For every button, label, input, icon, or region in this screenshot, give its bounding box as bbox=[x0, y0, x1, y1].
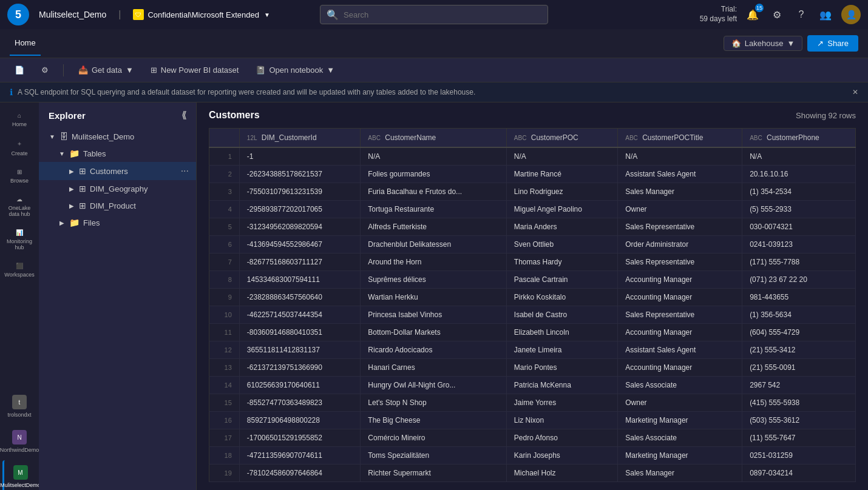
tree-item-dim-product[interactable]: ▶ ⊞ DIM_Product bbox=[39, 197, 196, 214]
cell-customerphone: 20.16.10.16 bbox=[742, 166, 856, 183]
table-row[interactable]: 5 -312349562089820594 Alfreds Futterkist… bbox=[209, 218, 856, 236]
table-row[interactable]: 9 -238288863457560640 Wartian Herkku Pir… bbox=[209, 289, 856, 306]
new-item-button[interactable]: 📄 bbox=[10, 63, 29, 77]
cell-customername: Alfreds Futterkiste bbox=[361, 218, 506, 236]
col-label-customername: CustomerName bbox=[385, 133, 436, 142]
cell-customerpoctitle: Marketing Manager bbox=[618, 447, 742, 465]
table-row[interactable]: 14 610256639170640611 Hungry Owl All-Nig… bbox=[209, 377, 856, 394]
sidebar-item-mulitselect[interactable]: M MulitselectDemo bbox=[2, 460, 36, 490]
row-number: 1 bbox=[209, 147, 240, 166]
chevron-icon: ▼ bbox=[49, 133, 56, 140]
table-row[interactable]: 3 -755031079613231539 Furia Bacalhau e F… bbox=[209, 183, 856, 201]
help-button[interactable]: ? bbox=[793, 6, 810, 23]
gear-icon: ⚙ bbox=[41, 65, 49, 75]
cell-customerpoc: Miguel Angel Paolino bbox=[506, 201, 617, 218]
col-header-customerpoctitle[interactable]: ABC CustomerPOCTitle bbox=[618, 129, 742, 148]
sidebar-item-northwind[interactable]: N NorthwindDemo bbox=[2, 425, 36, 458]
info-close-button[interactable]: ✕ bbox=[852, 88, 858, 96]
cell-customerphone: (415) 555-5938 bbox=[742, 394, 856, 412]
workspace-label: Confidential\Microsoft Extended bbox=[147, 10, 259, 19]
sidebar-item-monitoring[interactable]: 📊 Monitoring hub bbox=[2, 224, 36, 255]
cell-customerid: -755031079613231539 bbox=[239, 183, 361, 201]
chevron-icon: ▼ bbox=[787, 39, 795, 48]
browse-icon: ⊞ bbox=[17, 169, 22, 175]
collapse-icon[interactable]: ⟪ bbox=[181, 110, 186, 121]
tree-item-dim-geography[interactable]: ▶ ⊞ DIM_Geography bbox=[39, 180, 196, 197]
table-row[interactable]: 10 -462257145037444354 Princesa Isabel V… bbox=[209, 306, 856, 324]
cell-customerpoctitle: Sales Representative bbox=[618, 306, 742, 324]
table-row[interactable]: 16 859271906498800228 The Big Cheese Liz… bbox=[209, 412, 856, 429]
cell-customerid: -826775168603711127 bbox=[239, 253, 361, 271]
sidebar-item-home[interactable]: ⌂ Home bbox=[2, 107, 36, 132]
table-row[interactable]: 11 -803609146880410351 Bottom-Dollar Mar… bbox=[209, 324, 856, 341]
sidebar-item-create[interactable]: ＋ Create bbox=[2, 135, 36, 161]
sidebar-item-workspaces[interactable]: ⬛ Workspaces bbox=[2, 258, 36, 283]
new-dataset-button[interactable]: ⊞ New Power BI dataset bbox=[146, 63, 244, 77]
chevron-icon: ▶ bbox=[68, 203, 75, 209]
more-icon[interactable]: ··· bbox=[178, 166, 191, 176]
data-header: Customers Showing 92 rows bbox=[197, 102, 868, 128]
table-row[interactable]: 7 -826775168603711127 Around the Horn Th… bbox=[209, 253, 856, 271]
table-container[interactable]: 12L DIM_CustomerId ABC CustomerName ABC … bbox=[197, 128, 868, 490]
tree-database[interactable]: ▼ 🗄 Mulitselect_Demo bbox=[39, 128, 196, 145]
workspace-selector[interactable]: 🛡 Confidential\Microsoft Extended ▼ bbox=[133, 9, 270, 20]
avatar[interactable]: 👤 bbox=[841, 5, 861, 24]
topbar: 5 Mulitselect_Demo | 🛡 Confidential\Micr… bbox=[0, 0, 868, 29]
table-row[interactable]: 19 -781024586097646864 Richter Supermark… bbox=[209, 465, 856, 482]
cell-customerpoctitle: Sales Manager bbox=[618, 183, 742, 201]
share-people-button[interactable]: 👥 bbox=[817, 6, 834, 23]
col-header-customerid[interactable]: 12L DIM_CustomerId bbox=[239, 129, 361, 148]
get-data-button[interactable]: 📥 Get data ▼ bbox=[73, 63, 138, 77]
lakehouse-label: Lakehouse bbox=[745, 39, 784, 48]
cell-customerid: -472113596907074611 bbox=[239, 447, 361, 465]
table-row[interactable]: 2 -262343885178621537 Folies gourmandes … bbox=[209, 166, 856, 183]
table-row[interactable]: 17 -170065015291955852 Comércio Mineiro … bbox=[209, 429, 856, 447]
row-number: 16 bbox=[209, 412, 240, 429]
cell-customerphone: 030-0074321 bbox=[742, 218, 856, 236]
share-button[interactable]: ↗ Share bbox=[807, 35, 858, 52]
chevron-down-icon: ▼ bbox=[264, 12, 270, 18]
table-row[interactable]: 1 -1 N/A N/A N/A N/A bbox=[209, 147, 856, 166]
col-header-customerpoc[interactable]: ABC CustomerPOC bbox=[506, 129, 617, 148]
col-header-customername[interactable]: ABC CustomerName bbox=[361, 129, 506, 148]
cell-customerpoc: Karin Josephs bbox=[506, 447, 617, 465]
open-notebook-button[interactable]: 📓 Open notebook ▼ bbox=[251, 63, 339, 77]
cell-customerpoctitle: Sales Representative bbox=[618, 253, 742, 271]
settings-toolbar-button[interactable]: ⚙ bbox=[36, 63, 53, 77]
lakehouse-button[interactable]: 🏠 Lakehouse ▼ bbox=[724, 36, 803, 51]
col-header-rownum bbox=[209, 129, 240, 148]
table-row[interactable]: 6 -413694594552986467 Drachenblut Delika… bbox=[209, 236, 856, 253]
table-row[interactable]: 15 -855274770363489823 Let's Stop N Shop… bbox=[209, 394, 856, 412]
table-row[interactable]: 12 365511811412831137 Ricardo Adocicados… bbox=[209, 341, 856, 359]
notification-button[interactable]: 🔔 15 bbox=[744, 6, 761, 23]
table-row[interactable]: 8 145334683007594111 Suprêmes délices Pa… bbox=[209, 271, 856, 289]
home-icon: ⌂ bbox=[18, 112, 21, 119]
table-row[interactable]: 4 -295893877202017065 Tortuga Restaurant… bbox=[209, 201, 856, 218]
cell-customerphone: 0241-039123 bbox=[742, 236, 856, 253]
col-header-customerphone[interactable]: ABC CustomerPhone bbox=[742, 129, 856, 148]
search-input[interactable] bbox=[344, 10, 541, 19]
tree-files[interactable]: ▶ 📁 Files bbox=[39, 214, 196, 231]
table-row[interactable]: 18 -472113596907074611 Toms Spezialitäte… bbox=[209, 447, 856, 465]
tree-tables[interactable]: ▼ 📁 Tables bbox=[39, 145, 196, 162]
table-row[interactable]: 13 -621372139751366990 Hanari Carnes Mar… bbox=[209, 359, 856, 377]
tree-item-customers[interactable]: ▶ ⊞ Customers ··· bbox=[39, 162, 196, 180]
chevron-icon: ▶ bbox=[58, 220, 66, 226]
cell-customerpoc: Martine Rancé bbox=[506, 166, 617, 183]
trial-text: Trial: 59 days left bbox=[700, 5, 737, 24]
cell-customerpoc: Isabel de Castro bbox=[506, 306, 617, 324]
sidebar-item-trolsondxt[interactable]: t trolsondxt bbox=[2, 390, 36, 423]
cell-customerid: -855274770363489823 bbox=[239, 394, 361, 412]
cell-customerphone: (5) 555-2933 bbox=[742, 201, 856, 218]
sidebar-item-onelake[interactable]: ☁ OneLake data hub bbox=[2, 191, 36, 222]
cell-customername: The Big Cheese bbox=[361, 412, 506, 429]
cell-customerid: 610256639170640611 bbox=[239, 377, 361, 394]
main-layout: ⌂ Home ＋ Create ⊞ Browse ☁ OneLake data … bbox=[0, 102, 868, 490]
cell-customerpoc: Janete Limeira bbox=[506, 341, 617, 359]
notification-badge: 15 bbox=[755, 4, 764, 12]
settings-button[interactable]: ⚙ bbox=[768, 6, 785, 23]
tab-home[interactable]: Home bbox=[10, 32, 41, 56]
content-area: Customers Showing 92 rows 12L DIM_Custom… bbox=[197, 102, 868, 490]
sidebar-item-browse[interactable]: ⊞ Browse bbox=[2, 164, 36, 189]
cell-customerpoctitle: Accounting Manager bbox=[618, 271, 742, 289]
